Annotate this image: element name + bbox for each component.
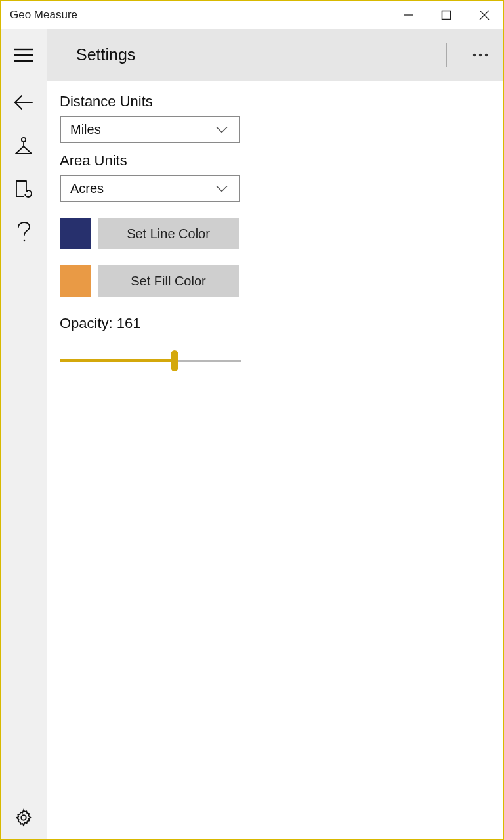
svg-rect-1 [442, 10, 451, 19]
ellipsis-icon [472, 53, 488, 57]
area-units-label: Area Units [60, 152, 490, 169]
close-button[interactable] [465, 1, 503, 29]
sidebar [1, 29, 47, 839]
map-pin-icon [14, 136, 33, 156]
opacity-value: 161 [117, 315, 141, 331]
opacity-label: Opacity: 161 [60, 315, 490, 332]
slider-fill [60, 359, 175, 362]
close-icon [478, 9, 490, 21]
fill-color-row: Set Fill Color [60, 265, 490, 297]
opacity-slider[interactable] [60, 350, 242, 371]
chevron-down-icon [215, 181, 228, 196]
minimize-icon [403, 10, 413, 20]
more-button[interactable] [457, 29, 503, 81]
distance-units-value: Miles [70, 122, 101, 137]
svg-point-8 [22, 138, 26, 142]
line-color-swatch[interactable] [60, 218, 91, 249]
maximize-button[interactable] [427, 1, 465, 29]
back-button[interactable] [1, 81, 47, 124]
set-line-color-button[interactable]: Set Line Color [98, 218, 239, 249]
map-button[interactable] [1, 124, 47, 167]
back-arrow-icon [14, 94, 33, 110]
page-title: Settings [76, 45, 135, 64]
window-controls [389, 1, 503, 29]
svg-point-14 [479, 53, 482, 56]
gear-icon [14, 808, 33, 827]
title-bar: Geo Measure [1, 1, 503, 29]
device-refresh-icon [14, 179, 33, 199]
line-color-row: Set Line Color [60, 218, 490, 249]
body: Settings Distance Units Miles Area Units [1, 29, 503, 839]
svg-point-13 [473, 53, 476, 56]
chevron-down-icon [215, 122, 228, 137]
app-window: Geo Measure [0, 0, 504, 840]
page-header: Settings [47, 29, 503, 81]
device-button[interactable] [1, 167, 47, 211]
svg-point-11 [24, 240, 26, 242]
menu-button[interactable] [1, 29, 47, 81]
help-button[interactable] [1, 211, 47, 254]
area-units-value: Acres [70, 181, 104, 196]
content-column: Settings Distance Units Miles Area Units [47, 29, 503, 839]
svg-point-15 [485, 53, 488, 56]
distance-units-label: Distance Units [60, 93, 490, 110]
distance-units-select[interactable]: Miles [60, 116, 240, 143]
svg-marker-10 [16, 146, 32, 154]
header-separator [446, 43, 447, 67]
slider-thumb[interactable] [171, 350, 178, 371]
minimize-button[interactable] [389, 1, 427, 29]
settings-button[interactable] [1, 796, 47, 839]
question-icon [16, 222, 31, 243]
svg-point-12 [21, 815, 26, 820]
area-units-select[interactable]: Acres [60, 175, 240, 202]
settings-content: Distance Units Miles Area Units Acres [47, 81, 503, 384]
set-fill-color-button[interactable]: Set Fill Color [98, 265, 239, 297]
hamburger-icon [13, 47, 34, 63]
fill-color-swatch[interactable] [60, 265, 91, 297]
maximize-icon [441, 10, 452, 20]
window-title: Geo Measure [10, 9, 77, 22]
